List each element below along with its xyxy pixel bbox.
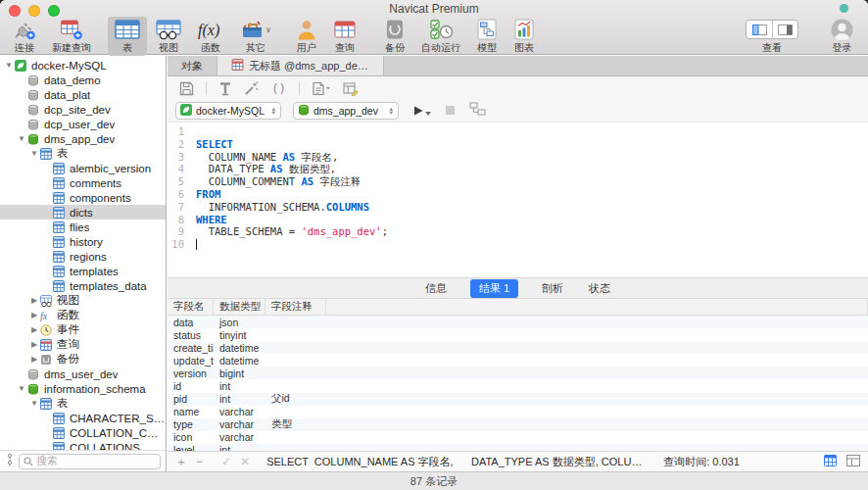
tree-item[interactable]: templates_data xyxy=(0,278,166,293)
toolbar-backup-button[interactable]: 备份 xyxy=(377,17,412,56)
table-cell[interactable] xyxy=(265,406,326,418)
tree-item[interactable]: dcp_site_dev xyxy=(0,102,166,117)
table-cell[interactable]: 类型 xyxy=(265,418,326,431)
table-cell[interactable] xyxy=(326,341,868,354)
table-cell[interactable]: datetime xyxy=(214,341,265,354)
result-tab-2[interactable]: 剖析 xyxy=(540,279,565,298)
table-cell[interactable] xyxy=(265,431,326,444)
result-tab-3[interactable]: 状态 xyxy=(587,279,612,298)
magic-wand-icon[interactable] xyxy=(244,81,259,96)
disclosure-down-icon[interactable]: ▼ xyxy=(4,58,14,73)
table-cell[interactable]: bigint xyxy=(214,367,265,379)
table-cell[interactable]: int xyxy=(214,379,265,392)
toolbar-functions-button[interactable]: f(x)函数 xyxy=(190,17,231,56)
login-button[interactable]: 登录 xyxy=(824,17,860,56)
table-cell[interactable] xyxy=(265,444,326,451)
toolbar-views-button[interactable]: 视图 xyxy=(149,17,188,56)
disclosure-right-icon[interactable]: ▶ xyxy=(29,337,39,352)
toolbar-charts-button[interactable]: 图表 xyxy=(506,17,542,56)
table-cell[interactable] xyxy=(326,328,868,341)
right-pane-toggle-icon[interactable] xyxy=(772,21,797,38)
document-tab-0[interactable]: 对象 xyxy=(168,56,217,75)
table-cell[interactable]: icon xyxy=(168,431,214,444)
beautify-sql-icon[interactable] xyxy=(218,81,232,96)
table-cell[interactable]: int xyxy=(214,444,265,451)
column-header[interactable]: 数据类型 xyxy=(214,299,265,315)
table-cell[interactable]: tinyint xyxy=(214,328,265,341)
table-cell[interactable] xyxy=(326,418,868,431)
table-cell[interactable]: varchar xyxy=(214,418,265,431)
tree-item[interactable]: templates xyxy=(0,264,166,278)
result-tab-0[interactable]: 信息 xyxy=(423,279,449,298)
tree-item[interactable]: ▶查询 xyxy=(0,337,166,352)
tree-item[interactable]: CHARACTER_SETS xyxy=(0,411,166,425)
table-cell[interactable] xyxy=(265,379,326,392)
toolbar-model-button[interactable]: 模型 xyxy=(469,17,505,56)
search-input[interactable]: 搜索 xyxy=(19,454,161,469)
disclosure-down-icon[interactable]: ▼ xyxy=(29,396,39,411)
table-cell[interactable]: json xyxy=(214,316,265,328)
tree-item[interactable]: ▼information_schema xyxy=(0,381,166,396)
tree-item[interactable]: dicts xyxy=(0,205,166,220)
connection-select[interactable]: docker-MySQL ▲▼ xyxy=(175,102,281,120)
disclosure-right-icon[interactable]: ▶ xyxy=(29,352,39,367)
tree-item[interactable]: ▼docker-MySQL xyxy=(0,58,166,73)
table-cell[interactable] xyxy=(265,354,326,367)
explain-plan-icon[interactable] xyxy=(469,102,486,120)
document-tab-1[interactable]: 无标题 @dms_app_dev (d... xyxy=(217,56,384,75)
table-cell[interactable]: level xyxy=(168,444,214,451)
disclosure-down-icon[interactable]: ▼ xyxy=(17,381,26,396)
table-row[interactable]: pidint父id xyxy=(168,393,868,406)
table-cell[interactable] xyxy=(265,328,326,341)
table-row[interactable]: namevarchar xyxy=(168,406,868,418)
table-row[interactable]: levelint xyxy=(168,444,868,451)
table-cell[interactable]: datetime xyxy=(214,354,265,367)
table-cell[interactable]: int xyxy=(214,393,265,406)
connection-filter-icon[interactable] xyxy=(5,453,15,470)
table-cell[interactable] xyxy=(326,431,868,444)
save-icon[interactable] xyxy=(179,81,194,96)
table-cell[interactable]: create_tim xyxy=(168,341,214,354)
disclosure-right-icon[interactable]: ▶ xyxy=(29,322,39,337)
table-cell[interactable]: varchar xyxy=(214,406,265,418)
disclosure-down-icon[interactable]: ▼ xyxy=(17,131,26,146)
table-cell[interactable]: data xyxy=(168,316,214,328)
tree-item[interactable]: flies xyxy=(0,220,166,234)
disclosure-right-icon[interactable]: ▶ xyxy=(29,293,39,308)
tree-item[interactable]: ▶视图 xyxy=(0,293,166,308)
tree-item[interactable]: ▼表 xyxy=(0,396,166,411)
tree-item[interactable]: ▼表 xyxy=(0,146,166,161)
tree-item[interactable]: comments xyxy=(0,175,166,190)
table-cell[interactable]: pid xyxy=(168,393,214,406)
tree-item[interactable]: components xyxy=(0,190,166,205)
tree-item[interactable]: dms_user_dev xyxy=(0,367,166,381)
code-snippet-icon[interactable]: () xyxy=(270,80,287,96)
table-cell[interactable] xyxy=(326,406,868,418)
toolbar-new-query-button[interactable]: 新建查询 xyxy=(45,17,98,56)
table-row[interactable]: datajson xyxy=(168,316,868,328)
tree-item[interactable]: ▶fx函数 xyxy=(0,308,166,322)
table-cell[interactable]: varchar xyxy=(214,431,265,444)
toolbar-tables-button[interactable]: 表 xyxy=(108,17,147,56)
table-cell[interactable] xyxy=(326,354,868,367)
table-cell[interactable] xyxy=(265,341,326,354)
disclosure-right-icon[interactable]: ▶ xyxy=(29,308,39,322)
add-record-icon[interactable]: ＋ xyxy=(175,456,187,467)
left-pane-toggle-icon[interactable] xyxy=(747,21,772,38)
table-row[interactable]: idint xyxy=(168,379,868,392)
table-cell[interactable] xyxy=(265,316,326,328)
tree-item[interactable]: ▼dms_app_dev xyxy=(0,131,166,146)
table-cell[interactable]: version xyxy=(168,367,214,379)
table-cell[interactable]: name xyxy=(168,406,214,418)
table-row[interactable]: typevarchar类型 xyxy=(168,418,868,431)
grid-view-icon[interactable] xyxy=(824,455,837,468)
tree-item[interactable]: dcp_user_dev xyxy=(0,117,166,131)
table-cell[interactable] xyxy=(326,379,868,392)
table-cell[interactable]: type xyxy=(168,418,214,431)
table-row[interactable]: update_timdatetime xyxy=(168,354,868,367)
run-query-button[interactable] xyxy=(412,105,431,117)
table-cell[interactable]: 父id xyxy=(265,393,326,406)
table-row[interactable]: iconvarchar xyxy=(168,431,868,444)
database-select[interactable]: dms_app_dev ▲▼ xyxy=(293,102,399,120)
tree-item[interactable]: alembic_version xyxy=(0,161,166,175)
